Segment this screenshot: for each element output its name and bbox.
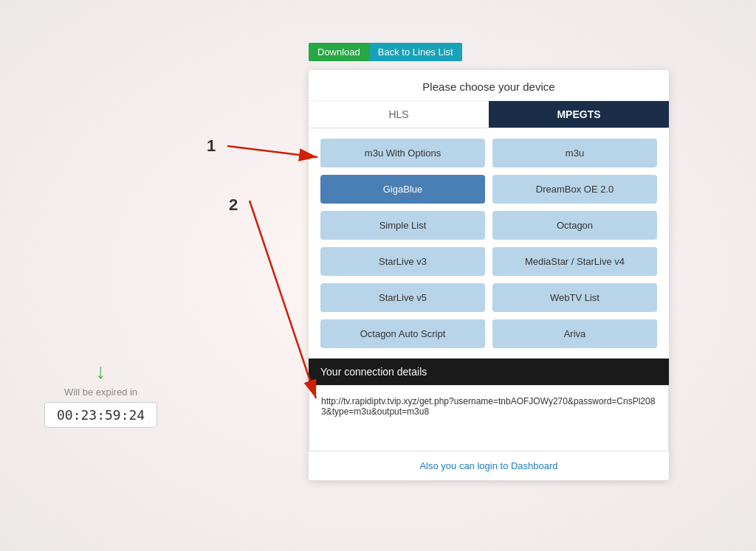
download-button[interactable]: Download — [309, 43, 369, 61]
expiry-section: ↓ Will be expired in 00:23:59:24 — [44, 361, 157, 428]
device-dreambox[interactable]: DreamBox OE 2.0 — [492, 175, 657, 204]
device-starlive-v3[interactable]: StarLive v3 — [320, 247, 485, 276]
device-m3u[interactable]: m3u — [492, 139, 657, 167]
tab-mpegts[interactable]: MPEGTS — [489, 101, 669, 128]
back-button[interactable]: Back to Lines List — [369, 43, 462, 61]
device-mediastar[interactable]: MediaStar / StarLive v4 — [492, 247, 657, 276]
device-gigablue[interactable]: GigaBlue — [320, 175, 485, 204]
annotation-label-2: 2 — [229, 195, 238, 215]
expiry-label: Will be expired in — [64, 387, 137, 398]
device-simple-list[interactable]: Simple List — [320, 211, 485, 240]
svg-line-2 — [227, 146, 317, 157]
dashboard-link[interactable]: Also you can login to Dashboard — [419, 460, 557, 471]
expiry-arrow-icon: ↓ — [96, 361, 106, 382]
svg-line-3 — [250, 201, 316, 398]
device-starlive-v5[interactable]: StarLive v5 — [320, 283, 485, 312]
format-tabs: HLS MPEGTS — [309, 101, 669, 128]
annotation-label-1: 1 — [207, 136, 216, 156]
expiry-timer: 00:23:59:24 — [44, 402, 157, 428]
connection-url[interactable]: http://tv.rapidiptv.tvip.xyz/get.php?use… — [309, 385, 669, 451]
connection-details-bar: Your connection details — [309, 358, 669, 385]
device-grid: m3u With Options m3u GigaBlue DreamBox O… — [309, 128, 669, 358]
dashboard-link-container: Also you can login to Dashboard — [309, 451, 669, 480]
device-m3u-with-options[interactable]: m3u With Options — [320, 139, 485, 167]
device-selection-card: Please choose your device HLS MPEGTS m3u… — [309, 70, 669, 480]
device-ariva[interactable]: Ariva — [492, 319, 657, 348]
device-webtv[interactable]: WebTV List — [492, 283, 657, 312]
tab-hls[interactable]: HLS — [309, 101, 489, 128]
device-octagon-auto[interactable]: Octagon Auto Script — [320, 319, 485, 348]
device-octagon[interactable]: Octagon — [492, 211, 657, 240]
card-title: Please choose your device — [309, 70, 669, 101]
